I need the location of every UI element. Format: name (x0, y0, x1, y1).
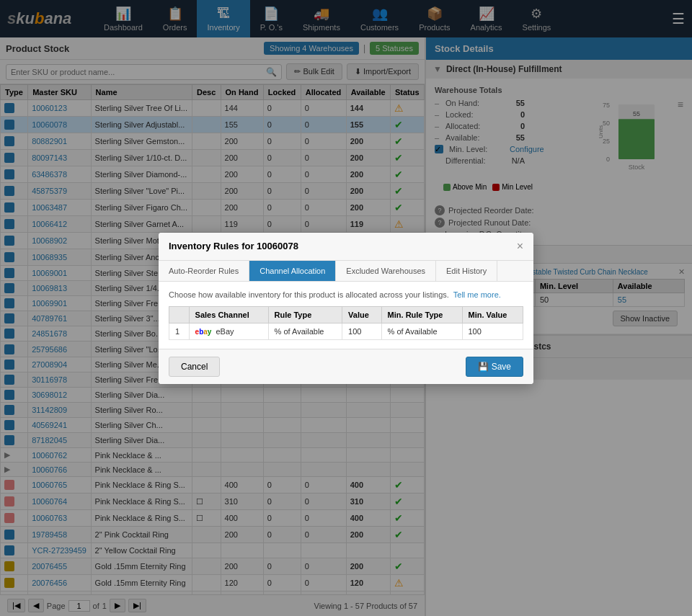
modal-overlay[interactable]: Inventory Rules for 10060078 × Auto-Reor… (0, 0, 692, 616)
modal-close-button[interactable]: × (517, 240, 523, 253)
modal-footer: Cancel 💾 Save (159, 349, 533, 384)
save-icon: 💾 (478, 362, 491, 372)
modal-tab-excluded-warehouses[interactable]: Excluded Warehouses (336, 261, 436, 281)
ebay-icon: ebay (195, 328, 212, 336)
modal-col-0 (169, 306, 190, 323)
modal-table-body: 1ebay eBay% of Available100% of Availabl… (169, 323, 523, 339)
modal-data-cell-1: 100 (342, 323, 382, 339)
modal-col-1: Sales Channel (189, 306, 268, 323)
save-button[interactable]: 💾 Save (466, 357, 523, 377)
modal-col-2: Rule Type (268, 306, 342, 323)
modal-tab-auto-reorder[interactable]: Auto-Reorder Rules (159, 261, 249, 281)
modal-data-cell-0: % of Available (268, 323, 342, 339)
modal-title: Inventory Rules for 10060078 (169, 241, 298, 251)
modal-description: Choose how available inventory for this … (169, 290, 523, 299)
tell-me-more-link[interactable]: Tell me more. (453, 290, 501, 299)
modal-body: Choose how available inventory for this … (159, 282, 533, 349)
cancel-button[interactable]: Cancel (169, 357, 220, 377)
modal-data-cell-3: 100 (462, 323, 523, 339)
modal-col-3: Value (342, 306, 382, 323)
modal-col-4: Min. Rule Type (381, 306, 462, 323)
modal-data-cell-2: % of Available (381, 323, 462, 339)
modal-tab-edit-history[interactable]: Edit History (436, 261, 497, 281)
modal-table-row: 1ebay eBay% of Available100% of Availabl… (169, 323, 523, 339)
channel-cell: ebay eBay (189, 323, 268, 339)
modal-tab-channel-allocation[interactable]: Channel Allocation (249, 261, 336, 281)
modal-channel-table: Sales ChannelRule TypeValueMin. Rule Typ… (169, 306, 523, 340)
row-num-cell: 1 (169, 323, 190, 339)
modal-header: Inventory Rules for 10060078 × (159, 233, 533, 261)
inventory-rules-modal: Inventory Rules for 10060078 × Auto-Reor… (159, 233, 533, 384)
modal-tabs: Auto-Reorder RulesChannel AllocationExcl… (159, 261, 533, 282)
modal-table-header: Sales ChannelRule TypeValueMin. Rule Typ… (169, 306, 523, 323)
modal-col-5: Min. Value (462, 306, 523, 323)
